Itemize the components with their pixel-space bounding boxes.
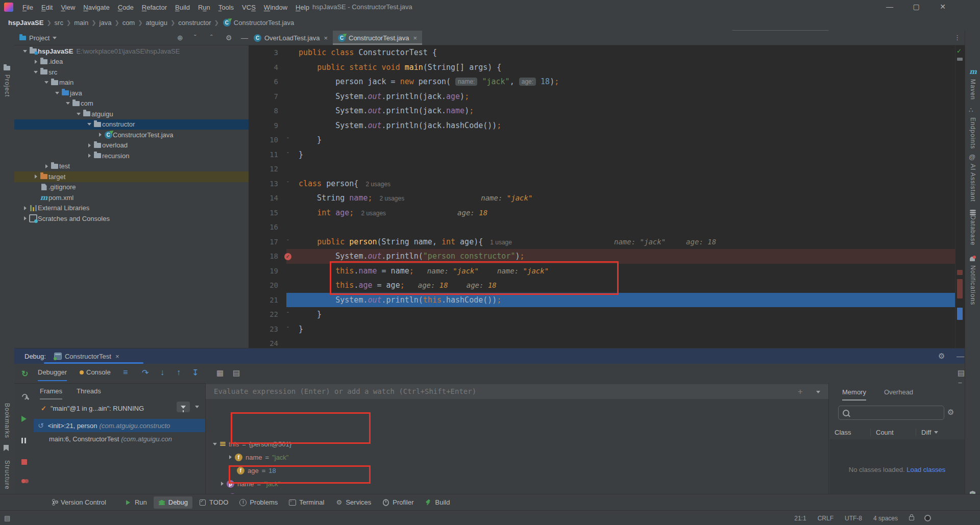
maximize-button[interactable]: ▢ (909, 0, 924, 14)
tree-item-com[interactable]: com (14, 98, 249, 109)
filter-frames-button[interactable] (177, 402, 190, 412)
chevron-down-icon[interactable] (32, 71, 39, 73)
breadcrumb-item-constructortest.java[interactable]: ConstructorTest.java (233, 19, 296, 27)
menu-view[interactable]: View (57, 4, 79, 11)
variable-row-name[interactable]: fname="jack" (229, 451, 288, 464)
code-line-13[interactable]: 13ˇclass person{2 usages (249, 177, 955, 191)
code-line-19[interactable]: 19 this.name = name;name: "jack"name: "j… (249, 264, 955, 279)
modify-run-config-button[interactable] (21, 393, 28, 402)
tab-overloadtest[interactable]: COverLoadTest.java× (249, 31, 333, 45)
chevron-down-icon[interactable] (816, 391, 820, 393)
tool-stripe-structure[interactable]: Structure (4, 460, 11, 490)
close-icon[interactable]: × (115, 353, 119, 360)
tool-stripe-project[interactable]: Project (4, 74, 11, 97)
tab-frames[interactable]: Frames (40, 387, 62, 399)
code-area[interactable]: 3public class ConstructorTest {4 public … (249, 45, 955, 348)
variable-row-this[interactable]: this={person@501} (213, 437, 291, 451)
menu-help[interactable]: Help (291, 4, 313, 11)
menu-file[interactable]: File (18, 4, 37, 11)
add-watch-icon[interactable]: + (798, 384, 803, 399)
chevron-down-icon[interactable] (75, 113, 82, 115)
stop-button[interactable] (21, 459, 27, 466)
menu-window[interactable]: Window (260, 4, 291, 11)
close-icon[interactable]: × (324, 34, 328, 42)
column-count[interactable]: Count (870, 429, 916, 436)
tree-item-constructortest-java[interactable]: CConstructorTest.java (14, 130, 249, 140)
chevron-down-icon[interactable] (21, 50, 29, 53)
breadcrumb-item-atguigu[interactable]: atguigu (144, 19, 168, 27)
chevron-down-icon[interactable] (54, 92, 61, 94)
chevron-down-icon[interactable] (86, 123, 93, 126)
collapse-all-icon[interactable]: ˆ (210, 34, 213, 42)
tree-item-constructor[interactable]: constructor (14, 119, 249, 130)
menu-build[interactable]: Build (171, 4, 194, 11)
gear-icon[interactable]: ⚙ (226, 34, 232, 42)
tab-overhead[interactable]: Overhead (884, 388, 913, 396)
tree-item-src[interactable]: src (14, 67, 249, 78)
breadcrumb-item-java[interactable]: java (99, 19, 113, 27)
status-4-spaces[interactable]: 4 spaces (873, 515, 898, 522)
menu-navigate[interactable]: Navigate (79, 4, 113, 11)
chevron-right-icon[interactable] (86, 143, 93, 147)
column-diff[interactable]: Diff (916, 429, 938, 436)
menu-vcs[interactable]: VCS (238, 4, 260, 11)
code-line-17[interactable]: 17ˇ public person(String name, int age){… (249, 235, 955, 249)
tree-item-overload[interactable]: overload (14, 140, 249, 151)
tree-item-recursion[interactable]: recursion (14, 151, 249, 161)
tool-stripe-maven[interactable]: Maven (969, 79, 976, 100)
memory-search-input[interactable] (838, 406, 944, 420)
tree-item-target[interactable]: target (14, 171, 249, 182)
tree-item-test[interactable]: test (14, 161, 249, 172)
chevron-right-icon[interactable] (43, 164, 50, 168)
memory-settings-icon[interactable]: ⚙ (947, 408, 954, 417)
breadcrumb-item-constructor[interactable]: constructor (177, 19, 212, 27)
code-line-10[interactable]: 10ˆ } (249, 133, 955, 147)
code-line-22[interactable]: 22ˆ } (249, 307, 955, 322)
variable-row-name[interactable]: pname="jack" (221, 477, 280, 490)
tree-item-atguigu[interactable]: atguigu (14, 109, 249, 119)
hide-panel-icon[interactable]: — (957, 352, 964, 360)
status-21-1[interactable]: 21:1 (794, 515, 806, 522)
code-line-8[interactable]: 8 System.out.println(jack.name); (249, 104, 955, 118)
code-line-23[interactable]: 23ˆ} (249, 322, 955, 337)
hide-panel-icon[interactable]: — (241, 34, 248, 42)
gear-icon[interactable]: ⚙ (938, 352, 945, 361)
tab-memory[interactable]: Memory (842, 388, 866, 401)
lock-icon[interactable] (909, 516, 914, 520)
code-line-20[interactable]: 20 this.age = age;age: 18age: 18 (249, 278, 955, 293)
chevron-down-icon[interactable] (43, 81, 50, 84)
chevron-down-icon[interactable] (53, 37, 57, 39)
tool-windows-icon[interactable]: ▤ (4, 514, 10, 522)
menu-tools[interactable]: Tools (214, 4, 238, 11)
rerun-button[interactable]: ↻ (21, 369, 28, 379)
evaluate-expression-icon[interactable]: ▦ (216, 368, 224, 378)
run-to-cursor-icon[interactable]: ↧ (192, 368, 199, 378)
chevron-right-icon[interactable] (21, 206, 29, 210)
threads-view-icon[interactable]: ≡ (123, 368, 128, 377)
tool-stripe-endpoints[interactable]: Endpoints (969, 117, 976, 149)
code-line-3[interactable]: 3public class ConstructorTest { (249, 45, 955, 60)
tree-item-pom-xml[interactable]: mpom.xml (14, 192, 249, 203)
status-crlf[interactable]: CRLF (818, 515, 834, 522)
tree-item-main[interactable]: main (14, 78, 249, 88)
bottom-tab-debug[interactable]: Debug (154, 496, 192, 509)
tab-options-icon[interactable]: ⋮ (954, 31, 961, 45)
minimize-button[interactable]: — (882, 0, 897, 14)
code-line-14[interactable]: 14 String name;2 usagesname: "jack" (249, 191, 955, 206)
chevron-down-icon[interactable] (195, 406, 199, 408)
breadcrumb-item-src[interactable]: src (54, 19, 64, 27)
tab-constructortest[interactable]: CConstructorTest.java× (333, 31, 422, 45)
code-line-16[interactable]: 16 (249, 220, 955, 235)
bottom-tab-run[interactable]: Run (120, 496, 152, 509)
code-line-24[interactable]: 24 (249, 336, 955, 348)
status-indicator-icon[interactable] (924, 515, 931, 521)
chevron-right-icon[interactable] (96, 133, 104, 137)
chevron-right-icon[interactable] (86, 154, 93, 158)
chevron-right-icon[interactable] (21, 216, 29, 220)
bottom-tab-terminal[interactable]: Terminal (284, 496, 329, 509)
evaluate-expression-input[interactable]: Evaluate expression (Enter) or add a wat… (206, 384, 829, 399)
step-over-icon[interactable]: ↷ (142, 368, 149, 378)
bottom-tab-version-control[interactable]: Version Control (46, 496, 111, 509)
menu-refactor[interactable]: Refactor (138, 4, 171, 11)
variable-row-age[interactable]: fage=18 (229, 464, 276, 477)
